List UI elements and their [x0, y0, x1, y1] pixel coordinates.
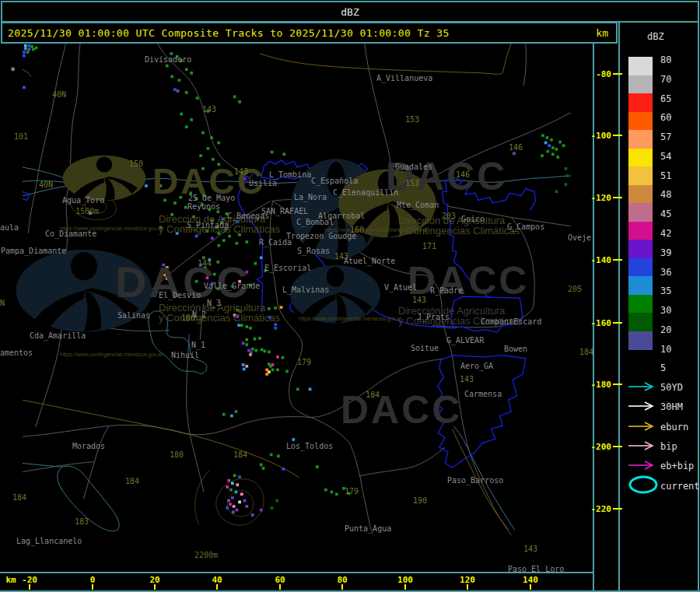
map-place-label: SAN_RAFAEL: [261, 207, 308, 215]
map-place-label: Oveje: [568, 233, 591, 242]
radar-app-window: dBZ 2025/11/30 01:00:00 UTC Composite Tr…: [0, 0, 700, 592]
map-place-label: Lag_Llancanelo: [16, 537, 82, 545]
eburn-arrow-icon: [627, 421, 658, 432]
road-number-label: 179: [297, 358, 311, 366]
eb+bip-arrow-icon: [627, 460, 658, 471]
right-axis-label--140: -140: [586, 255, 611, 265]
road-number-label: 40N: [39, 180, 53, 189]
map-place-label: J_Prats: [417, 313, 450, 321]
dbz-scale-value-48: 48: [660, 189, 671, 200]
bottom-axis-tick: [530, 584, 531, 590]
map-place-label: S_Rosas: [297, 247, 330, 255]
dbz-scale-value-65: 65: [660, 93, 671, 104]
panel-right-border: [698, 22, 699, 592]
right-axis-tick: [613, 508, 622, 510]
bottom-axis-tick: [279, 584, 281, 590]
legend-label-bip: bip: [660, 441, 677, 452]
map-place-label: Paso_Barroso: [447, 476, 503, 485]
map-place-label: Soitue: [411, 344, 439, 352]
current-storm-ellipse-icon: [627, 475, 661, 495]
bottom-axis-unit: km: [5, 575, 16, 585]
road-number-label: 184: [125, 477, 139, 485]
right-axis-tick: [613, 384, 622, 385]
map-place-label: Carmensa: [464, 390, 502, 398]
map-place-label: Paso_El_Loro: [508, 565, 564, 572]
map-place-label: Co_Diamante: [45, 229, 96, 238]
map-place-label: Atuel_Norte: [344, 257, 395, 265]
bottom-axis-tick: [29, 584, 30, 590]
map-place-label: C_Elenaquillin: [333, 188, 398, 197]
road-number-label: 171: [422, 242, 436, 250]
map-place-label: Cda_Amarilla: [30, 331, 86, 340]
right-axis-tick: [613, 446, 622, 447]
map-place-label: Punta_Agua: [345, 524, 391, 533]
right-axis-label--160: -160: [586, 318, 611, 328]
dbz-scale-swatch-10: [628, 331, 653, 350]
bottom-axis-tick: [92, 584, 93, 590]
right-axis-tick: [613, 135, 622, 136]
map-place-label: aula: [0, 223, 19, 232]
dbz-scale-value-20: 20: [660, 324, 671, 335]
map-place-label: G_ALVEAR: [446, 336, 484, 345]
map-place-label: Aero_GA: [460, 362, 493, 370]
map-place-label: La_Nora: [294, 193, 327, 201]
dbz-scale-swatch-80: [628, 57, 653, 75]
right-axis-tick: [613, 197, 622, 198]
dbz-scale-swatch-65: [628, 93, 653, 112]
road-number-label: 143: [234, 167, 248, 176]
road-number-label: 143: [523, 545, 537, 553]
map-place-label: Divisadero: [145, 55, 191, 64]
legend-label-eburn: eburn: [660, 422, 688, 433]
map-place-label: G_Campos: [507, 222, 544, 231]
map-place-label: Tropezon Goudge: [286, 232, 356, 240]
road-number-label: 146: [456, 170, 470, 179]
road-number-label: 144: [198, 259, 212, 268]
dbz-scale-swatch-36: [628, 258, 653, 277]
dbz-scale-value-70: 70: [660, 74, 671, 85]
road-number-label: 205: [568, 285, 582, 293]
map-place-label: C_Bombal: [296, 218, 334, 226]
road-number-label: 180: [181, 314, 195, 322]
right-axis-tick: [613, 322, 622, 324]
dbz-scale-swatch-57: [628, 130, 653, 149]
right-axis-label--180: -180: [586, 380, 611, 390]
map-marker-asterisk: *: [10, 65, 16, 76]
road-number-label: 184: [12, 493, 26, 502]
right-axis-label--80: -80: [586, 69, 611, 79]
map-place-label: Salinas: [117, 311, 150, 320]
dbz-scale-value-39: 39: [660, 247, 671, 258]
bottom-axis-tick: [404, 584, 406, 590]
bip-arrow-icon: [627, 440, 658, 451]
dbz-scale-value-57: 57: [660, 131, 671, 142]
map-place-label: E_Escorial: [264, 264, 311, 272]
dbz-scale-swatch-20: [628, 313, 653, 331]
bottom-axis-tick: [154, 584, 156, 590]
map-place-label: N_3: [207, 299, 221, 307]
road-number-label: 179: [345, 487, 359, 496]
map-place-label: V_Atuel: [384, 283, 417, 292]
dbz-scale-swatch-39: [628, 240, 653, 258]
road-number-label: 180: [170, 450, 184, 459]
dbz-scale-swatch-42: [628, 222, 653, 240]
map-place-label: S_Pintada: [187, 221, 229, 229]
road-number-label: 160: [350, 226, 364, 234]
legend-label-eb+bip: eb+bip: [660, 461, 694, 471]
map-place-label: Los_Toldos: [286, 442, 333, 450]
dbz-scale-swatch-48: [628, 185, 653, 204]
road-number-label: 150: [129, 159, 143, 168]
dbz-scale-value-36: 36: [660, 267, 671, 278]
dbz-scale-swatch-54: [628, 149, 653, 167]
road-number-label: 40N: [52, 90, 66, 99]
road-number-label: 184: [233, 450, 247, 459]
road-number-label: 153: [405, 115, 419, 124]
road-number-label: 153: [405, 179, 419, 187]
map-place-label: Nihuil: [171, 351, 199, 359]
road-number-label: 143: [334, 252, 348, 261]
dbz-scale-swatch-60: [628, 112, 653, 131]
dbz-scale-value-30: 30: [660, 305, 671, 316]
map-place-label: Pampa_Diamante: [1, 247, 66, 255]
legend-label-current: current: [660, 481, 700, 492]
road-number-label: 143: [202, 105, 216, 114]
dbz-scale-value-35: 35: [660, 285, 671, 296]
map-bottom-border: [0, 572, 593, 573]
